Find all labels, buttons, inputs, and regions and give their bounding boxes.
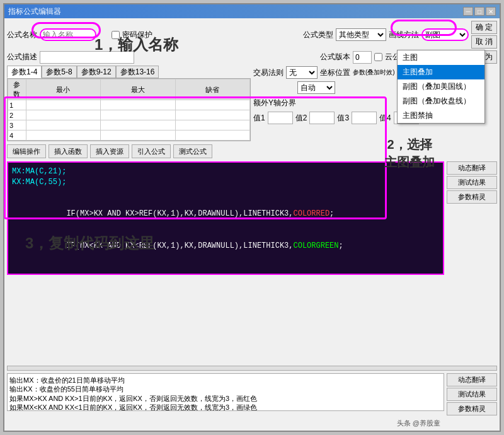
table-row: 1 — [8, 100, 250, 110]
val3-label: 值3 — [337, 113, 349, 124]
output-line-4: 如果MX<KX AND KX<1日前的KX，返回KX，否则返回无效数，线宽为3，… — [9, 403, 442, 411]
bottom-param-wizard-button[interactable]: 参数精灵 — [447, 402, 497, 415]
coord-value-select[interactable]: 自动 — [297, 81, 335, 94]
dropdown-item-3[interactable]: 副图（叠加收盘线） — [398, 94, 484, 108]
output-section: 输出MX：收盘价的21日简单移动平均 输出KX：收盘价的55日简单移动平均 如果… — [7, 373, 444, 411]
params-table-container: 参数 最小 最大 缺省 1 — [7, 78, 251, 141]
formula-desc-input[interactable] — [40, 51, 134, 64]
cell-row1-default[interactable] — [175, 100, 249, 110]
cell-row1-param: 1 — [8, 100, 26, 110]
cell-row1-max[interactable] — [101, 100, 175, 110]
val1-label: 值1 — [253, 113, 265, 124]
tab-params-5-8[interactable]: 参数5-8 — [42, 66, 76, 78]
minimize-button[interactable]: ─ — [463, 7, 473, 16]
cell-row1-min[interactable] — [26, 100, 100, 110]
input-row1-default — [177, 102, 248, 109]
title-bar-buttons: ─ □ ✕ — [463, 7, 496, 16]
title-bar: 指标公式编辑器 ─ □ ✕ — [4, 4, 500, 18]
dropdown-item-2[interactable]: 副图（叠加美国线） — [398, 79, 484, 94]
password-checkbox[interactable] — [112, 31, 120, 39]
cell-row4-param: 4 — [8, 130, 26, 141]
params-left-area: 参数1-4 参数5-8 参数9-12 参数13-16 参数 最小 — [7, 66, 251, 141]
tab-params-1-4[interactable]: 参数1-4 — [7, 66, 42, 78]
val4-label: 值4 — [379, 113, 391, 124]
cancel-button[interactable]: 取 消 — [471, 35, 497, 49]
col-header-param: 参数 — [8, 79, 26, 100]
dropdown-item-0[interactable]: 主图 — [398, 50, 484, 65]
bottom-dynamic-translate-button[interactable]: 动态翻译 — [447, 373, 497, 386]
input-row2-max — [102, 112, 173, 119]
input-row3-min — [28, 122, 99, 129]
coord-note: 参数(叠加时效) — [353, 68, 395, 77]
output-line-1: 输出MX：收盘价的21日简单移动平均 — [9, 376, 442, 385]
yaxis-val2-input[interactable] — [309, 112, 335, 124]
yaxis-label: 额外Y轴分界 — [253, 98, 296, 108]
code-editor[interactable]: MX:MA(C,21); KX:MA(C,55); IF(MX>KX AND K… — [7, 161, 444, 275]
code-line-3 — [12, 188, 439, 199]
cell-row2-param: 2 — [8, 110, 26, 120]
formula-name-input[interactable] — [40, 28, 96, 41]
formula-name-row: 公式名称 密码保护 公式类型 其他类型 画线方法 副图 确 定 取 消 — [7, 21, 497, 49]
trade-label: 交易法则 — [253, 67, 284, 78]
trade-select[interactable]: 无 — [286, 66, 318, 79]
test-formula-button[interactable]: 测式公式 — [173, 144, 212, 158]
cloud-formula-checkbox[interactable] — [374, 53, 382, 61]
draw-method-select[interactable]: 副图 — [421, 28, 469, 41]
insert-resource-button[interactable]: 插入资源 — [90, 144, 129, 158]
bottom-right-buttons: 动态翻译 测试结果 参数精灵 — [447, 373, 497, 415]
confirm-button[interactable]: 确 定 — [471, 21, 497, 34]
formula-name-label: 公式名称 — [7, 30, 37, 40]
test-result-button[interactable]: 测试结果 — [447, 176, 497, 189]
maximize-button[interactable]: □ — [474, 7, 484, 16]
code-line-1: MX:MA(C,21); — [12, 166, 439, 177]
formula-type-select[interactable]: 其他类型 — [336, 28, 386, 41]
input-row1-max — [102, 102, 173, 109]
tab-params-9-12[interactable]: 参数9-12 — [77, 66, 116, 78]
col-header-min: 最小 — [26, 79, 100, 100]
bottom-toolbar: 编辑操作 插入函数 插入资源 引入公式 测式公式 — [7, 143, 497, 160]
close-button[interactable]: ✕ — [486, 7, 496, 16]
formula-version-label: 公式版本 — [320, 52, 350, 62]
tab-params-13-16[interactable]: 参数13-16 — [116, 66, 159, 78]
draw-method-label: 画线方法 — [389, 30, 419, 40]
input-row4-default — [177, 132, 248, 139]
formula-type-label: 公式类型 — [303, 30, 333, 40]
params-tabs: 参数1-4 参数5-8 参数9-12 参数13-16 — [7, 66, 251, 78]
yaxis-val1-input[interactable] — [268, 112, 293, 124]
confirm-cancel-group: 确 定 取 消 — [471, 21, 497, 49]
output-line-2: 输出KX：收盘价的55日简单移动平均 — [9, 385, 442, 393]
yaxis-val3-input[interactable] — [352, 112, 377, 124]
col-header-default: 缺省 — [175, 79, 249, 100]
title-bar-text: 指标公式编辑器 — [8, 6, 61, 17]
dropdown-item-1[interactable]: 主图叠加 — [398, 65, 484, 79]
table-row: 4 — [8, 130, 250, 141]
insert-func-button[interactable]: 插入函数 — [49, 144, 88, 158]
watermark-area: 头条 @养股童 — [7, 419, 497, 428]
bottom-test-result-button[interactable]: 测试结果 — [447, 388, 497, 401]
horizontal-scrollbar[interactable] — [7, 366, 497, 371]
dynamic-translate-button[interactable]: 动态翻译 — [447, 161, 497, 175]
code-section: MX:MA(C,21); KX:MA(C,55); IF(MX>KX AND K… — [7, 161, 497, 363]
edit-ops-button[interactable]: 编辑操作 — [7, 144, 46, 158]
code-right-panel: 动态翻译 测试结果 参数精灵 — [447, 161, 497, 363]
code-line-2: KX:MA(C,55); — [12, 177, 439, 188]
import-formula-button[interactable]: 引入公式 — [132, 144, 171, 158]
val2-label: 值2 — [295, 113, 307, 124]
input-row3-default — [177, 122, 248, 129]
param-wizard-button[interactable]: 参数精灵 — [447, 190, 497, 204]
params-table: 参数 最小 最大 缺省 1 — [8, 79, 250, 141]
formula-desc-label: 公式描述 — [7, 52, 37, 62]
input-row1-min — [28, 102, 99, 109]
output-area: 输出MX：收盘价的21日简单移动平均 输出KX：收盘价的55日简单移动平均 如果… — [7, 373, 497, 415]
code-line-5: IF(MX<KX AND KX<REF(KX,1),KX,DRAWNULL),L… — [12, 230, 439, 262]
coord-label: 坐标位置 — [320, 67, 350, 78]
col-header-max: 最大 — [101, 79, 175, 100]
formula-version-input[interactable] — [353, 51, 372, 64]
password-label: 密码保护 — [122, 30, 152, 40]
input-row4-max — [102, 132, 173, 139]
input-row2-min — [28, 112, 99, 119]
input-row3-max — [102, 122, 173, 129]
dropdown-item-4[interactable]: 主图禁抽 — [398, 108, 484, 123]
dropdown-overlay: 主图 主图叠加 副图（叠加美国线） 副图（叠加收盘线） 主图禁抽 — [397, 50, 485, 124]
output-line-3: 如果MX>KX AND KX>1日前的KX，返回KX，否则返回无效数，线宽为3，… — [9, 394, 442, 403]
